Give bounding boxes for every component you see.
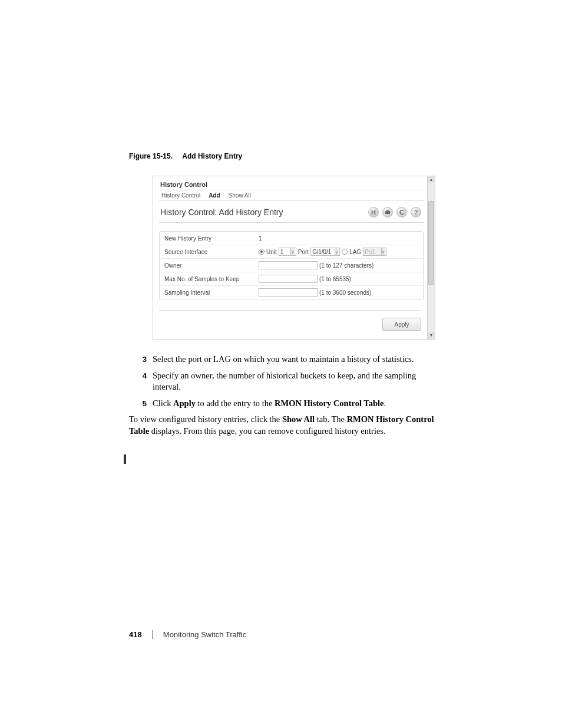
instruction-body: 3 Select the port or LAG on which you wa… [129,354,437,437]
figure-title: Add History Entry [182,152,242,160]
step-number: 3 [129,354,147,365]
owner-input[interactable] [259,261,318,269]
unit-label: Unit [266,249,277,255]
radio-unit[interactable] [259,249,265,255]
screenshot-container: ▴ ▾ History Control History Control Add … [153,176,435,340]
port-label: Port [298,249,309,255]
form-table: New History Entry 1 Source Interface Uni… [159,232,424,299]
port-select[interactable]: Gi1/0/1v [310,248,340,256]
step-text: Click Apply to add the entry to the RMON… [153,398,437,410]
radio-lag[interactable] [342,249,348,255]
scroll-thumb[interactable] [428,201,434,285]
value-new-history-entry: 1 [259,235,419,242]
sampling-interval-hint: (1 to 3600 seconds) [319,289,371,296]
row-new-history-entry: New History Entry 1 [160,232,423,245]
max-samples-input[interactable] [259,275,318,283]
footer-divider: | [151,629,154,640]
tab-bar: History Control Add Show All [159,190,424,201]
lag-select: Po1v [363,248,386,256]
step-4: 4 Specify an owner, the number of histor… [129,370,437,393]
row-owner: Owner (1 to 127 characters) [160,259,423,272]
save-icon[interactable]: H [368,207,379,218]
scroll-down-arrow[interactable]: ▾ [428,332,435,339]
label-source-interface: Source Interface [163,249,259,255]
step-text: Specify an owner, the number of historic… [153,370,437,393]
figure-caption: Figure 15-15. Add History Entry [129,152,437,160]
section-title: History Control: Add History Entry [160,207,283,217]
tab-show-all[interactable]: Show All [226,190,257,200]
footer-section-title: Monitoring Switch Traffic [163,630,246,639]
step-text: Select the port or LAG on which you want… [153,354,437,365]
sampling-interval-input[interactable] [259,288,318,297]
label-owner: Owner [163,262,259,269]
step-5: 5 Click Apply to add the entry to the RM… [129,398,437,410]
page-edge-mark [124,454,126,464]
label-new-history-entry: New History Entry [163,235,259,242]
apply-button[interactable]: Apply [382,318,421,331]
tab-add[interactable]: Add [206,190,226,200]
page-footer: 418 | Monitoring Switch Traffic [129,629,437,640]
figure-number: Figure 15-15. [129,152,173,160]
help-icon[interactable]: ? [411,207,421,218]
print-icon[interactable] [382,207,393,218]
row-source-interface: Source Interface Unit 1v Port Gi1/0/1v [160,245,423,259]
step-number: 4 [129,370,147,393]
scrollbar[interactable]: ▴ ▾ [427,176,435,339]
label-max-samples: Max No. of Samples to Keep [163,276,259,282]
step-3: 3 Select the port or LAG on which you wa… [129,354,437,365]
lag-label: LAG [349,249,361,255]
app-window: ▴ ▾ History Control History Control Add … [153,176,435,340]
svg-rect-1 [386,210,389,212]
toolbar-icons: H C ? [368,207,421,218]
scroll-up-arrow[interactable]: ▴ [428,176,435,183]
panel-title: History Control [159,180,424,190]
unit-select[interactable]: 1v [279,248,296,256]
page-number: 418 [129,630,142,639]
tab-history-control[interactable]: History Control [159,190,206,200]
label-sampling-interval: Sampling Interval [163,289,259,296]
closing-paragraph: To view configured history entries, clic… [129,414,437,437]
row-sampling-interval: Sampling Interval (1 to 3600 seconds) [160,286,423,299]
row-max-samples: Max No. of Samples to Keep (1 to 65535) [160,272,423,286]
max-samples-hint: (1 to 65535) [319,276,351,282]
owner-hint: (1 to 127 characters) [319,262,373,269]
step-number: 5 [129,398,147,410]
refresh-icon[interactable]: C [396,207,407,218]
